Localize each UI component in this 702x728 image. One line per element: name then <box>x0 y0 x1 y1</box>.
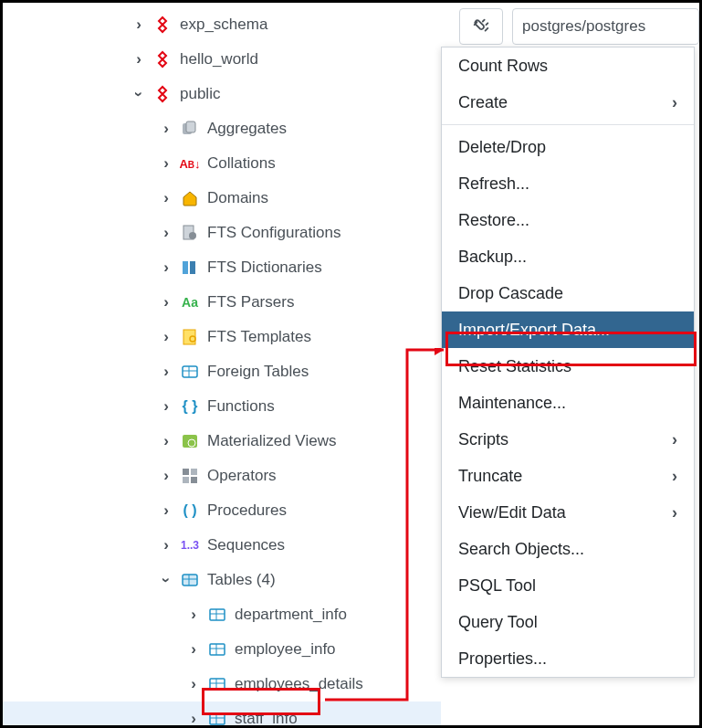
expand-collapse-icon[interactable]: › <box>158 467 174 485</box>
menu-item-truncate[interactable]: Truncate› <box>442 458 694 494</box>
materialized-views-icon <box>180 431 200 451</box>
menu-item-create[interactable]: Create› <box>442 84 694 121</box>
menu-item-reset-stats[interactable]: Reset Statistics <box>442 348 694 385</box>
tree-item-fts-templates[interactable]: › FTS Templates <box>3 320 441 354</box>
fts-config-icon <box>180 223 200 243</box>
expand-collapse-icon[interactable]: › <box>158 224 174 242</box>
tree-item-procedures[interactable]: › ( ) Procedures <box>3 493 441 528</box>
tree-label: Functions <box>207 397 275 416</box>
expand-collapse-icon[interactable]: › <box>158 397 174 416</box>
tree-item-sequences[interactable]: › 1..3 Sequences <box>3 528 441 563</box>
submenu-arrow-icon: › <box>672 93 677 112</box>
expand-collapse-icon[interactable]: › <box>185 675 202 693</box>
plug-icon <box>471 16 491 37</box>
operators-icon <box>180 466 200 486</box>
expand-collapse-icon[interactable]: › <box>158 328 174 346</box>
menu-item-query-tool[interactable]: Query Tool <box>442 604 694 640</box>
expand-collapse-icon[interactable]: › <box>158 432 174 450</box>
svg-rect-14 <box>191 469 197 475</box>
menu-item-count-rows[interactable]: Count Rows <box>442 47 694 84</box>
foreign-tables-icon <box>180 362 200 382</box>
tree-label: hello_world <box>180 50 258 69</box>
menu-item-view-edit-data[interactable]: View/Edit Data› <box>442 494 694 531</box>
menu-item-refresh[interactable]: Refresh... <box>442 165 694 202</box>
tree-label: public <box>180 85 220 103</box>
submenu-arrow-icon: › <box>672 503 677 522</box>
submenu-arrow-icon: › <box>672 467 677 486</box>
menu-item-search-objects[interactable]: Search Objects... <box>442 531 694 567</box>
expand-collapse-icon[interactable]: › <box>185 640 202 659</box>
connection-label-box[interactable]: postgres/postgres <box>512 8 699 45</box>
expand-collapse-icon[interactable]: › <box>130 86 148 102</box>
svg-rect-1 <box>186 121 195 132</box>
tree-item-fts-configurations[interactable]: › FTS Configurations <box>3 216 441 250</box>
tree-item-functions[interactable]: › { } Functions <box>3 389 441 424</box>
expand-collapse-icon[interactable]: › <box>131 16 147 34</box>
svg-rect-23 <box>210 644 225 655</box>
menu-item-scripts[interactable]: Scripts› <box>442 421 694 458</box>
svg-rect-29 <box>210 713 225 724</box>
expand-collapse-icon[interactable]: › <box>131 50 147 69</box>
tree-label: employee_info <box>235 640 336 659</box>
expand-collapse-icon[interactable]: › <box>158 363 174 381</box>
expand-collapse-icon[interactable]: › <box>185 606 202 624</box>
expand-collapse-icon[interactable]: › <box>185 710 202 728</box>
expand-collapse-icon[interactable]: › <box>157 572 175 588</box>
tree-item-table[interactable]: › employee_info <box>3 632 441 667</box>
connection-button[interactable] <box>459 8 503 45</box>
tree-item-domains[interactable]: › Domains <box>3 181 441 216</box>
table-icon <box>207 605 227 625</box>
expand-collapse-icon[interactable]: › <box>158 293 174 311</box>
schema-icon <box>152 15 173 35</box>
expand-collapse-icon[interactable]: › <box>158 501 174 520</box>
tree-label: FTS Configurations <box>207 224 341 242</box>
domains-icon <box>180 188 200 208</box>
aggregates-icon <box>180 119 200 139</box>
tree-item-schema[interactable]: › public <box>3 77 441 111</box>
fts-templates-icon <box>180 327 200 347</box>
sequences-icon: 1..3 <box>180 535 200 555</box>
menu-item-delete[interactable]: Delete/Drop <box>442 129 694 165</box>
menu-item-maintenance[interactable]: Maintenance... <box>442 385 694 421</box>
tree-label: Sequences <box>207 536 285 554</box>
schema-icon <box>152 84 173 104</box>
menu-item-properties[interactable]: Properties... <box>442 640 694 677</box>
expand-collapse-icon[interactable]: › <box>158 258 174 277</box>
menu-item-import-export[interactable]: Import/Export Data... <box>442 311 694 348</box>
tree-item-aggregates[interactable]: › Aggregates <box>3 111 441 146</box>
tree-item-table-selected[interactable]: › staff_info <box>3 702 441 728</box>
expand-collapse-icon[interactable]: › <box>158 189 174 207</box>
tree-item-tables[interactable]: › Tables (4) <box>3 563 441 597</box>
menu-item-restore[interactable]: Restore... <box>442 202 694 238</box>
tree-item-table[interactable]: › department_info <box>3 597 441 632</box>
svg-point-3 <box>189 232 196 239</box>
tree-label: FTS Dictionaries <box>207 258 322 277</box>
tree-item-foreign-tables[interactable]: › Foreign Tables <box>3 354 441 389</box>
expand-collapse-icon[interactable]: › <box>158 536 174 554</box>
fts-parsers-icon: Aa <box>180 292 200 312</box>
tree-item-fts-dictionaries[interactable]: › FTS Dictionaries <box>3 250 441 285</box>
context-menu: Count Rows Create› Delete/Drop Refresh..… <box>441 47 695 678</box>
table-icon <box>207 639 227 659</box>
schema-icon <box>152 49 173 69</box>
svg-rect-15 <box>183 477 189 483</box>
menu-item-drop-cascade[interactable]: Drop Cascade <box>442 275 694 311</box>
tree-label: FTS Templates <box>207 328 311 346</box>
object-tree: › exp_schema › hello_world › public › Ag… <box>3 3 441 728</box>
expand-collapse-icon[interactable]: › <box>158 154 174 173</box>
tree-item-table[interactable]: › employees_details <box>3 667 441 702</box>
svg-rect-16 <box>191 477 197 483</box>
collations-icon: AB↓ <box>180 153 200 174</box>
tables-icon <box>180 570 200 590</box>
tree-item-operators[interactable]: › Operators <box>3 459 441 493</box>
svg-rect-26 <box>210 679 225 690</box>
tree-item-fts-parsers[interactable]: › Aa FTS Parsers <box>3 285 441 320</box>
tree-label: employees_details <box>235 675 363 693</box>
menu-item-psql-tool[interactable]: PSQL Tool <box>442 567 694 604</box>
tree-item-materialized-views[interactable]: › Materialized Views <box>3 424 441 459</box>
tree-item-schema[interactable]: › hello_world <box>3 42 441 77</box>
tree-item-collations[interactable]: › AB↓ Collations <box>3 146 441 181</box>
menu-item-backup[interactable]: Backup... <box>442 238 694 275</box>
expand-collapse-icon[interactable]: › <box>158 120 174 138</box>
tree-item-schema[interactable]: › exp_schema <box>3 7 441 42</box>
